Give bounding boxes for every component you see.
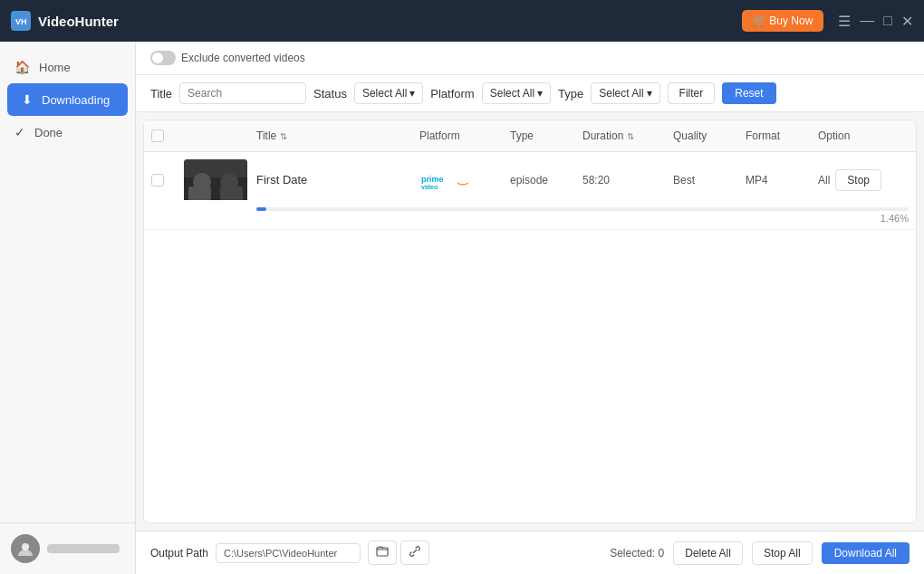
status-label: Status xyxy=(313,87,347,100)
row-thumb-cell xyxy=(184,159,256,200)
home-icon: 🏠 xyxy=(14,60,30,74)
svg-rect-8 xyxy=(220,187,243,200)
link-icon xyxy=(409,545,421,558)
toggle-switch[interactable] xyxy=(150,51,176,65)
toolbar: Exclude converted videos xyxy=(136,42,924,75)
stop-button[interactable]: Stop xyxy=(835,169,881,191)
sidebar-label-done: Done xyxy=(34,126,63,139)
svg-text:prime: prime xyxy=(421,175,444,184)
download-all-button[interactable]: Download All xyxy=(822,542,910,564)
delete-all-button[interactable]: Delete All xyxy=(673,541,743,565)
row-checkbox-cell xyxy=(151,174,184,187)
header-type: Type xyxy=(510,129,582,142)
progress-fill xyxy=(256,207,266,211)
table-header: Title ⇅ Platform Type Duration ⇅ Quality… xyxy=(144,120,916,152)
platform-label: Platform xyxy=(430,87,474,100)
header-platform: Platform xyxy=(419,129,510,142)
header-quality: Quality xyxy=(673,129,746,142)
table-body: First Date prime video episode 58:20 Bes… xyxy=(144,152,916,522)
filter-button[interactable]: Filter xyxy=(668,82,716,104)
row-checkbox[interactable] xyxy=(151,174,164,187)
option-cell: All xyxy=(818,174,830,187)
app-logo: VH xyxy=(11,11,31,31)
close-icon[interactable]: ✕ xyxy=(901,13,913,30)
header-title: Title ⇅ xyxy=(256,129,419,142)
sidebar: 🏠 Home ⬇ Downloading ✓ Done xyxy=(0,42,136,574)
output-path-section: Output Path xyxy=(150,541,429,565)
select-all-checkbox[interactable] xyxy=(151,129,164,142)
path-buttons xyxy=(368,541,429,565)
sidebar-label-downloading: Downloading xyxy=(42,93,110,107)
status-select[interactable]: Select All ▾ xyxy=(354,82,423,104)
titlebar: VH VideoHunter 🛒 Buy Now ☰ — □ ✕ xyxy=(0,0,924,42)
link-folder-button[interactable] xyxy=(400,541,429,565)
sidebar-item-home[interactable]: 🏠 Home xyxy=(0,51,135,83)
type-select[interactable]: Select All ▾ xyxy=(591,82,659,104)
exclude-label: Exclude converted videos xyxy=(181,52,305,64)
duration-cell: 58:20 xyxy=(582,174,673,187)
open-folder-button[interactable] xyxy=(368,541,397,565)
done-icon: ✓ xyxy=(14,125,25,139)
header-duration: Duration ⇅ xyxy=(582,129,673,142)
selected-label: Selected: 0 xyxy=(610,547,664,560)
app-name: VideoHunter xyxy=(38,14,119,29)
format-cell: MP4 xyxy=(746,174,818,187)
maximize-icon[interactable]: □ xyxy=(883,13,892,30)
avatar xyxy=(11,534,40,563)
type-cell: episode xyxy=(510,174,582,187)
row-main: First Date prime video episode 58:20 Bes… xyxy=(144,152,916,207)
sidebar-label-home: Home xyxy=(39,61,71,74)
titlebar-right: 🛒 Buy Now ☰ — □ ✕ xyxy=(742,10,913,32)
sidebar-nav: 🏠 Home ⬇ Downloading ✓ Done xyxy=(0,42,135,148)
table-area: Title ⇅ Platform Type Duration ⇅ Quality… xyxy=(143,120,917,523)
user-info xyxy=(47,544,120,553)
minimize-icon[interactable]: — xyxy=(860,13,874,30)
path-input[interactable] xyxy=(216,543,361,563)
option-action-cell: All Stop xyxy=(818,169,909,191)
duration-sort-icon[interactable]: ⇅ xyxy=(627,131,634,141)
buy-button[interactable]: 🛒 Buy Now xyxy=(742,10,823,32)
svg-text:video: video xyxy=(421,184,438,190)
search-input[interactable] xyxy=(179,82,306,104)
row-progress: 1.46% xyxy=(144,207,916,229)
title-sort-icon[interactable]: ⇅ xyxy=(280,131,287,141)
progress-text: 1.46% xyxy=(256,213,909,224)
svg-point-2 xyxy=(22,543,29,550)
sidebar-item-downloading[interactable]: ⬇ Downloading xyxy=(7,83,128,116)
sidebar-bottom xyxy=(0,522,135,574)
video-thumbnail xyxy=(184,159,247,200)
toggle-dot xyxy=(152,53,163,63)
footer-right: Selected: 0 Delete All Stop All Download… xyxy=(610,541,910,565)
status-select-label: Select All xyxy=(362,87,407,100)
menu-icon[interactable]: ☰ xyxy=(838,13,851,30)
svg-rect-11 xyxy=(377,548,388,556)
type-select-label: Select All xyxy=(599,87,643,100)
type-chevron-icon: ▾ xyxy=(647,87,652,100)
platform-chevron-icon: ▾ xyxy=(537,87,543,100)
platform-select-label: Select All xyxy=(490,87,534,100)
stop-all-button[interactable]: Stop All xyxy=(752,541,813,565)
quality-cell: Best xyxy=(673,174,746,187)
status-chevron-icon: ▾ xyxy=(409,87,415,100)
main-layout: 🏠 Home ⬇ Downloading ✓ Done xyxy=(0,42,924,574)
output-label: Output Path xyxy=(150,547,208,560)
svg-rect-7 xyxy=(188,187,211,200)
table-row: First Date prime video episode 58:20 Bes… xyxy=(144,152,916,230)
platform-select[interactable]: Select All ▾ xyxy=(482,82,551,104)
platform-cell: prime video xyxy=(419,170,510,190)
titlebar-left: VH VideoHunter xyxy=(11,11,119,31)
svg-text:VH: VH xyxy=(15,17,27,26)
title-label: Title xyxy=(150,87,172,100)
exclude-toggle[interactable]: Exclude converted videos xyxy=(150,51,305,65)
filter-bar: Title Status Select All ▾ Platform Selec… xyxy=(136,75,924,112)
download-icon: ⬇ xyxy=(22,92,33,107)
title-col-label: Title xyxy=(256,129,276,142)
type-label: Type xyxy=(558,87,583,100)
reset-button[interactable]: Reset xyxy=(722,82,775,104)
header-option: Option xyxy=(818,129,890,142)
folder-open-icon xyxy=(376,545,389,558)
main-content: Exclude converted videos Title Status Se… xyxy=(136,42,924,574)
sidebar-item-done[interactable]: ✓ Done xyxy=(0,116,135,148)
header-checkbox-col xyxy=(151,129,184,142)
video-title: First Date xyxy=(256,173,419,187)
